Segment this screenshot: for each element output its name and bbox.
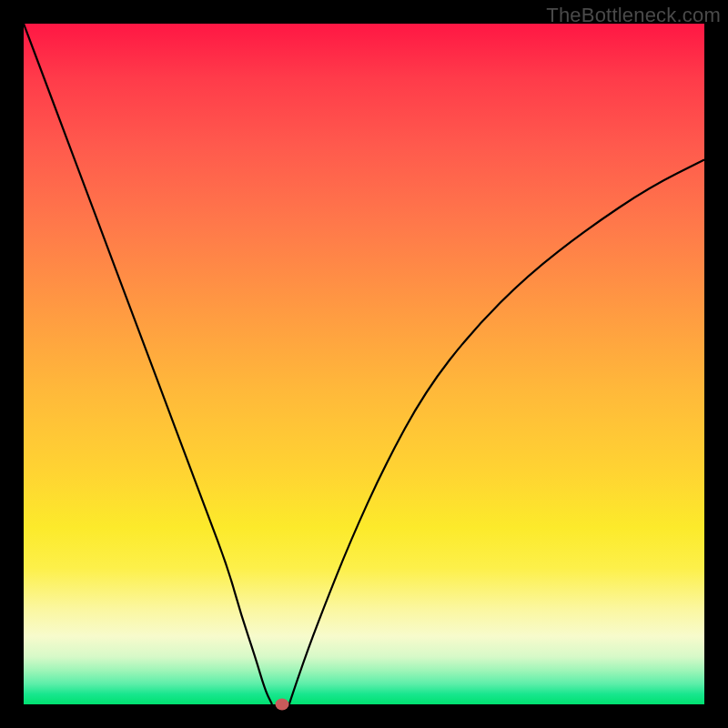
curve-left [24,24,272,704]
curve-layer [24,24,704,704]
optimum-marker [276,699,289,711]
curve-right [289,160,704,704]
watermark-text: TheBottleneck.com [546,4,721,27]
chart-plot-area [24,24,704,704]
